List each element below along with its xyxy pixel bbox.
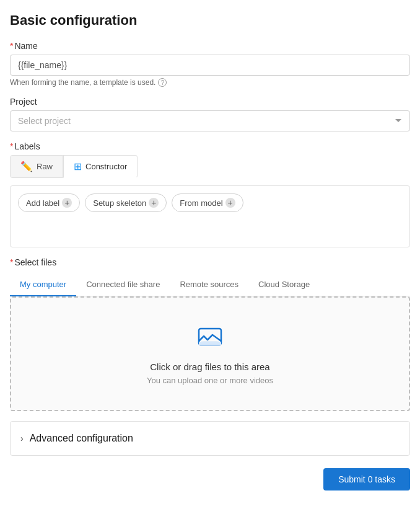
name-label: * Name <box>10 41 410 51</box>
name-hint: When forming the name, a template is use… <box>10 78 410 87</box>
name-field-group: * Name When forming the name, a template… <box>10 41 410 87</box>
upload-sub-text: You can upload one or more videos <box>24 376 396 385</box>
advanced-header[interactable]: › Advanced configuration <box>11 422 409 455</box>
setup-skeleton-icon: + <box>149 198 159 208</box>
label-actions-area: Add label + Setup skeleton + From model … <box>10 185 410 247</box>
pencil-icon: ✏️ <box>20 161 33 172</box>
required-star: * <box>10 41 13 51</box>
tab-remote-sources[interactable]: Remote sources <box>170 273 248 296</box>
submit-button[interactable]: Submit 0 tasks <box>323 468 410 490</box>
tab-constructor[interactable]: ⊞ Constructor <box>63 155 138 178</box>
constructor-icon: ⊞ <box>74 161 82 172</box>
tab-cloud-storage[interactable]: Cloud Storage <box>248 273 320 296</box>
labels-required-star: * <box>10 141 13 151</box>
upload-main-text: Click or drag files to this area <box>24 362 396 372</box>
tab-connected-file-share[interactable]: Connected file share <box>76 273 170 296</box>
setup-skeleton-button[interactable]: Setup skeleton + <box>85 193 167 212</box>
name-input[interactable] <box>10 55 410 76</box>
add-label-icon: + <box>62 198 72 208</box>
project-field-group: Project Select project <box>10 97 410 131</box>
select-files-required-star: * <box>10 257 13 267</box>
upload-area[interactable]: Click or drag files to this area You can… <box>10 296 410 411</box>
from-model-button[interactable]: From model + <box>172 193 243 212</box>
select-files-section: * Select files My computer Connected fil… <box>10 257 410 411</box>
labels-label: * Labels <box>10 141 410 151</box>
chevron-right-icon: › <box>20 433 24 443</box>
tab-raw[interactable]: ✏️ Raw <box>10 155 63 178</box>
inbox-icon <box>195 322 225 352</box>
page-title: Basic configuration <box>10 12 410 29</box>
select-files-label: * Select files <box>10 257 410 267</box>
project-select[interactable]: Select project <box>10 110 410 131</box>
tab-my-computer[interactable]: My computer <box>10 273 76 296</box>
from-model-icon: + <box>225 198 235 208</box>
submit-area: Submit 0 tasks <box>10 468 410 490</box>
label-tabs: ✏️ Raw ⊞ Constructor <box>10 155 410 178</box>
project-label: Project <box>10 97 410 107</box>
file-source-tabs: My computer Connected file share Remote … <box>10 273 410 296</box>
hint-icon[interactable]: ? <box>158 78 167 87</box>
advanced-section: › Advanced configuration <box>10 421 410 456</box>
add-label-button[interactable]: Add label + <box>18 193 80 212</box>
upload-icon-wrap <box>24 322 396 354</box>
label-buttons: Add label + Setup skeleton + From model … <box>18 193 402 212</box>
labels-section: * Labels ✏️ Raw ⊞ Constructor Add label … <box>10 141 410 247</box>
